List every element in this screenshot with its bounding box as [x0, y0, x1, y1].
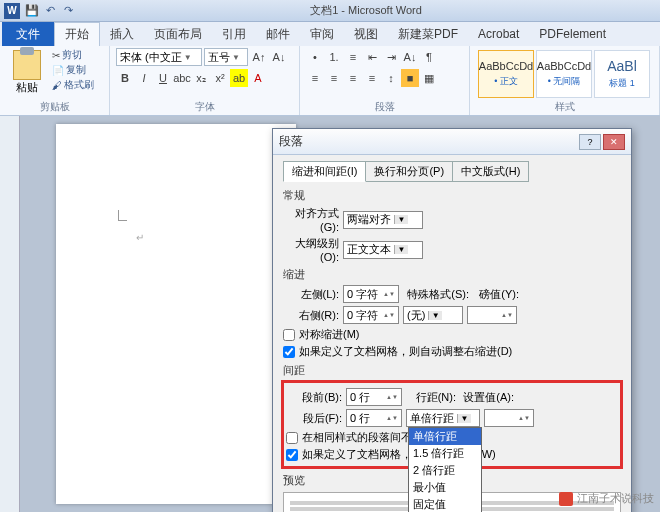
line-spacing-label: 行距(N):	[406, 390, 456, 405]
tab-file[interactable]: 文件	[2, 22, 54, 46]
numbering-button[interactable]: 1.	[325, 48, 343, 66]
bold-button[interactable]: B	[116, 69, 134, 87]
paste-button[interactable]: 粘贴	[6, 48, 48, 95]
decrease-indent-button[interactable]: ⇤	[363, 48, 381, 66]
option-1-5[interactable]: 1.5 倍行距	[409, 445, 481, 462]
tab-review[interactable]: 审阅	[300, 22, 344, 46]
highlight-button[interactable]: ab	[230, 69, 248, 87]
window-title: 文档1 - Microsoft Word	[76, 3, 656, 18]
dialog-tab-indent[interactable]: 缩进和间距(I)	[283, 161, 366, 182]
option-double[interactable]: 2 倍行距	[409, 462, 481, 479]
grow-font-button[interactable]: A↑	[250, 48, 268, 66]
line-spacing-combo[interactable]: 单倍行距▼	[406, 409, 480, 427]
tab-acrobat[interactable]: Acrobat	[468, 22, 529, 46]
indent-left-label: 左侧(L):	[283, 287, 339, 302]
before-label: 段前(B):	[286, 390, 342, 405]
option-exactly[interactable]: 固定值	[409, 496, 481, 512]
font-name-combo[interactable]: 宋体 (中文正▼	[116, 48, 202, 66]
mirror-checkbox[interactable]	[283, 329, 295, 341]
ribbon: 粘贴 ✂剪切 📄复制 🖌格式刷 剪贴板 宋体 (中文正▼ 五号▼ A↑ A↓ B…	[0, 46, 660, 116]
shrink-font-button[interactable]: A↓	[270, 48, 288, 66]
redo-icon[interactable]: ↷	[60, 3, 76, 19]
strike-button[interactable]: abc	[173, 69, 191, 87]
tab-layout[interactable]: 页面布局	[144, 22, 212, 46]
style-normal[interactable]: AaBbCcDd• 正文	[478, 50, 534, 98]
section-spacing: 间距	[283, 363, 621, 378]
bullets-button[interactable]: •	[306, 48, 324, 66]
tab-view[interactable]: 视图	[344, 22, 388, 46]
copy-button[interactable]: 📄复制	[52, 63, 94, 77]
dialog-tab-cjk[interactable]: 中文版式(H)	[452, 161, 529, 182]
outline-label: 大纲级别(O):	[283, 236, 339, 263]
snapgrid-checkbox[interactable]	[286, 449, 298, 461]
group-font-label: 字体	[110, 100, 299, 114]
underline-button[interactable]: U	[154, 69, 172, 87]
increase-indent-button[interactable]: ⇥	[382, 48, 400, 66]
at-spinner[interactable]: ▲▼	[484, 409, 534, 427]
undo-icon[interactable]: ↶	[42, 3, 58, 19]
format-painter-button[interactable]: 🖌格式刷	[52, 78, 94, 92]
cursor-mark: ↵	[136, 232, 144, 243]
dialog-title: 段落	[279, 133, 579, 150]
sort-button[interactable]: A↓	[401, 48, 419, 66]
outline-combo[interactable]: 正文文本▼	[343, 241, 423, 259]
after-spinner[interactable]: 0 行▲▼	[346, 409, 402, 427]
scissors-icon: ✂	[52, 50, 60, 61]
tab-home[interactable]: 开始	[54, 22, 100, 46]
tab-references[interactable]: 引用	[212, 22, 256, 46]
align-left-button[interactable]: ≡	[306, 69, 324, 87]
autogrid-checkbox[interactable]	[283, 346, 295, 358]
font-size-combo[interactable]: 五号▼	[204, 48, 248, 66]
style-heading1[interactable]: AaBl标题 1	[594, 50, 650, 98]
paste-icon	[13, 50, 41, 80]
shading-button[interactable]: ■	[401, 69, 419, 87]
line-spacing-dropdown[interactable]: 单倍行距 1.5 倍行距 2 倍行距 最小值 固定值 多倍行距	[408, 427, 482, 512]
by-label: 磅值(Y):	[473, 287, 519, 302]
tab-pdfelement[interactable]: PDFelement	[529, 22, 616, 46]
highlight-annotation: 段前(B): 0 行▲▼ 行距(N): 设置值(A): 段后(F): 0 行▲▼…	[281, 380, 623, 469]
tab-mailings[interactable]: 邮件	[256, 22, 300, 46]
paragraph-dialog: 段落 ? ✕ 缩进和间距(I) 换行和分页(P) 中文版式(H) 常规 对齐方式…	[272, 128, 632, 512]
by-spinner[interactable]: ▲▼	[467, 306, 517, 324]
quick-access-toolbar: 💾 ↶ ↷	[24, 3, 76, 19]
indent-left-spinner[interactable]: 0 字符▲▼	[343, 285, 399, 303]
subscript-button[interactable]: x₂	[192, 69, 210, 87]
word-icon: W	[4, 3, 20, 19]
at-label: 设置值(A):	[460, 390, 514, 405]
line-spacing-button[interactable]: ↕	[382, 69, 400, 87]
watermark-logo-icon	[559, 492, 573, 506]
tab-nitro[interactable]: 新建菜PDF	[388, 22, 468, 46]
option-atleast[interactable]: 最小值	[409, 479, 481, 496]
mirror-label: 对称缩进(M)	[299, 327, 360, 342]
indent-right-spinner[interactable]: 0 字符▲▼	[343, 306, 399, 324]
italic-button[interactable]: I	[135, 69, 153, 87]
multilevel-button[interactable]: ≡	[344, 48, 362, 66]
superscript-button[interactable]: x²	[211, 69, 229, 87]
vertical-ruler	[0, 116, 20, 512]
document-page[interactable]: ↵	[56, 124, 296, 504]
special-combo[interactable]: (无)▼	[403, 306, 463, 324]
tab-insert[interactable]: 插入	[100, 22, 144, 46]
justify-button[interactable]: ≡	[363, 69, 381, 87]
show-marks-button[interactable]: ¶	[420, 48, 438, 66]
paste-label: 粘贴	[16, 80, 38, 95]
option-single[interactable]: 单倍行距	[409, 428, 481, 445]
cut-button[interactable]: ✂剪切	[52, 48, 94, 62]
align-right-button[interactable]: ≡	[344, 69, 362, 87]
indent-right-label: 右侧(R):	[283, 308, 339, 323]
nosame-checkbox[interactable]	[286, 432, 298, 444]
dialog-tab-page[interactable]: 换行和分页(P)	[365, 161, 453, 182]
align-label: 对齐方式(G):	[283, 206, 339, 233]
save-icon[interactable]: 💾	[24, 3, 40, 19]
align-center-button[interactable]: ≡	[325, 69, 343, 87]
help-button[interactable]: ?	[579, 134, 601, 150]
align-combo[interactable]: 两端对齐▼	[343, 211, 423, 229]
styles-gallery[interactable]: AaBbCcDd• 正文 AaBbCcDd• 无间隔 AaBl标题 1	[476, 48, 653, 100]
close-button[interactable]: ✕	[603, 134, 625, 150]
font-color-button[interactable]: A	[249, 69, 267, 87]
section-general: 常规	[283, 188, 621, 203]
borders-button[interactable]: ▦	[420, 69, 438, 87]
special-label: 特殊格式(S):	[403, 287, 469, 302]
before-spinner[interactable]: 0 行▲▼	[346, 388, 402, 406]
style-nospacing[interactable]: AaBbCcDd• 无间隔	[536, 50, 592, 98]
